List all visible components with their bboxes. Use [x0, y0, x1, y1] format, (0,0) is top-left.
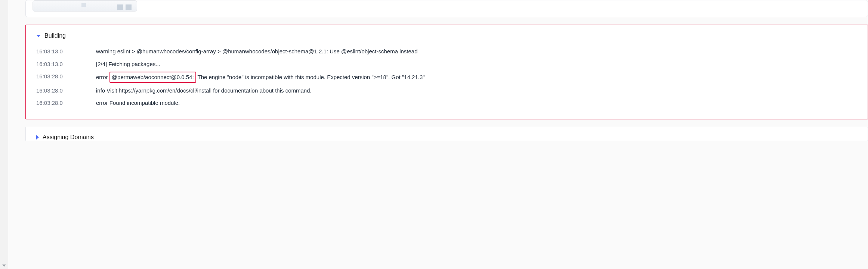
log-timestamp: 16:03:28.0	[36, 98, 74, 108]
log-message: error Found incompatible module.	[96, 98, 180, 108]
log-message: [2/4] Fetching packages...	[96, 59, 160, 69]
assigning-domains-title: Assigning Domains	[43, 134, 94, 141]
log-line: 16:03:13.0 warning eslint > @humanwhocod…	[36, 45, 859, 58]
log-timestamp: 16:03:13.0	[36, 47, 74, 56]
log-timestamp: 16:03:13.0	[36, 59, 74, 69]
preview-card	[25, 0, 868, 17]
building-section: Building 16:03:13.0 warning eslint > @hu…	[25, 25, 868, 119]
caret-down-icon	[36, 35, 41, 37]
log-msg-pre: error	[96, 74, 109, 80]
assigning-domains-header[interactable]: Assigning Domains	[36, 134, 857, 141]
left-gutter	[0, 0, 8, 141]
log-message: error @permaweb/aoconnect@0.0.54: The en…	[96, 72, 425, 83]
building-section-title: Building	[44, 32, 66, 39]
caret-right-icon	[36, 135, 39, 140]
error-package-highlight: @permaweb/aoconnect@0.0.54:	[109, 72, 196, 83]
log-message: info Visit https://yarnpkg.com/en/docs/c…	[96, 86, 312, 96]
log-line: 16:03:28.0 error @permaweb/aoconnect@0.0…	[36, 70, 859, 84]
deployment-thumbnail	[33, 0, 137, 12]
page-container: Building 16:03:13.0 warning eslint > @hu…	[11, 0, 868, 141]
log-line: 16:03:28.0 error Found incompatible modu…	[36, 97, 859, 109]
assigning-domains-section: Assigning Domains	[25, 127, 868, 141]
log-line: 16:03:13.0 [2/4] Fetching packages...	[36, 58, 859, 71]
log-timestamp: 16:03:28.0	[36, 72, 74, 83]
log-msg-post: The engine "node" is incompatible with t…	[196, 74, 425, 80]
log-message: warning eslint > @humanwhocodes/config-a…	[96, 47, 418, 56]
log-line: 16:03:28.0 info Visit https://yarnpkg.co…	[36, 84, 859, 97]
log-timestamp: 16:03:28.0	[36, 86, 74, 96]
building-section-header[interactable]: Building	[36, 32, 859, 39]
